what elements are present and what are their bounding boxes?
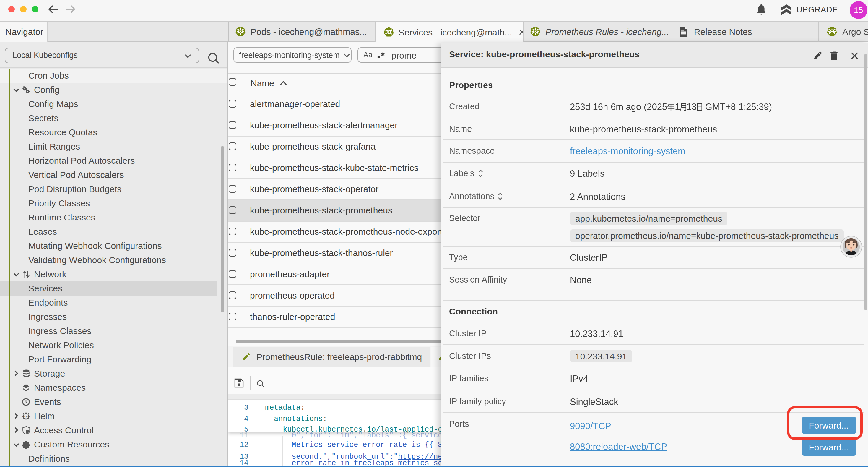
svg-text:HELM: HELM bbox=[23, 415, 30, 418]
